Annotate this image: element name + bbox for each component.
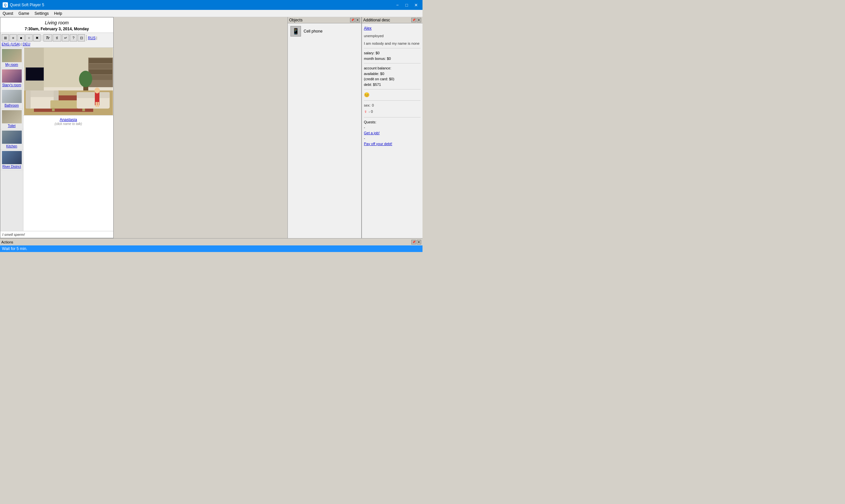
menu-game[interactable]: Game bbox=[16, 10, 32, 17]
tb-text2-button[interactable]: tI bbox=[53, 34, 61, 41]
location-nav: My room Stacy's room Bathroom Toilet bbox=[0, 48, 23, 231]
right-panels: Objects 📌 ✕ 📱 Cell phone Additional de bbox=[288, 17, 422, 238]
main-content: Living room 7:30am, February 3, 2014, Mo… bbox=[0, 17, 422, 238]
nav-label-my-room[interactable]: My room bbox=[5, 63, 18, 67]
npc-name[interactable]: Anastasia bbox=[25, 118, 111, 122]
status-bar-game: I smell sperm! bbox=[0, 231, 113, 238]
object-cell-phone[interactable]: 📱 Cell phone bbox=[289, 25, 360, 38]
nav-river[interactable]: River District bbox=[0, 150, 23, 170]
nav-thumb-bathroom bbox=[2, 90, 22, 103]
svg-point-13 bbox=[79, 71, 92, 87]
actions-label: Actions bbox=[1, 240, 13, 244]
tb-arrow-button[interactable]: ↵ bbox=[62, 34, 69, 41]
objects-panel: Objects 📌 ✕ 📱 Cell phone bbox=[288, 17, 362, 238]
svg-rect-24 bbox=[77, 92, 110, 98]
stat2-value: - 0 bbox=[369, 109, 373, 114]
nav-label-kitchen[interactable]: Kitchen bbox=[6, 144, 17, 148]
nav-kitchen[interactable]: Kitchen bbox=[0, 129, 23, 150]
nav-thumb-toilet bbox=[2, 110, 22, 123]
nav-label-bathroom[interactable]: Bathroom bbox=[5, 104, 19, 107]
sex-stat: sex: 0 bbox=[364, 103, 420, 108]
desc-close-button[interactable]: ✕ bbox=[417, 18, 421, 22]
desc-pin-button[interactable]: 📌 bbox=[411, 18, 416, 22]
tb-separator2 bbox=[86, 35, 87, 41]
objects-panel-header: Objects 📌 ✕ bbox=[288, 17, 361, 23]
credit-info: (credit on card: $0) bbox=[364, 76, 420, 82]
game-area: Living room 7:30am, February 3, 2014, Mo… bbox=[0, 17, 114, 238]
lang-sep2: | bbox=[21, 42, 22, 46]
window-controls: − □ ✕ bbox=[394, 2, 420, 8]
objects-panel-controls: 📌 ✕ bbox=[350, 18, 360, 22]
tb-multi-button[interactable]: ⊡ bbox=[78, 34, 85, 41]
wait-text[interactable]: Wait for 5 min. bbox=[2, 247, 27, 251]
player-emoji: 😊 bbox=[364, 91, 420, 98]
nav-bathroom[interactable]: Bathroom bbox=[0, 89, 23, 109]
svg-rect-28 bbox=[96, 102, 97, 107]
salary-info: salary: $0 bbox=[364, 50, 420, 56]
menu-help[interactable]: Help bbox=[51, 10, 65, 17]
svg-rect-18 bbox=[26, 90, 31, 109]
balance-label: account balance: bbox=[364, 66, 420, 71]
objects-close-button[interactable]: ✕ bbox=[355, 18, 360, 22]
quests-label: Quests: bbox=[364, 120, 420, 125]
room-name: Living room bbox=[2, 20, 112, 25]
stat-red-icon: ♀ bbox=[364, 108, 367, 115]
player-status: unemployed bbox=[364, 33, 420, 39]
window-title: Quest Soft Player 5 bbox=[10, 3, 394, 7]
actions-bar: Actions 📌 ✕ bbox=[0, 238, 422, 246]
nav-my-room[interactable]: My room bbox=[0, 48, 23, 68]
nav-label-stacy[interactable]: Stacy's room bbox=[2, 83, 21, 87]
nav-thumb-stacy bbox=[2, 69, 22, 83]
tb-clock-button[interactable]: ○ bbox=[25, 34, 33, 41]
svg-rect-11 bbox=[89, 75, 112, 80]
tb-help-button[interactable]: ? bbox=[70, 34, 77, 41]
available-info: available: $0 bbox=[364, 71, 420, 77]
svg-rect-10 bbox=[89, 69, 112, 74]
middle-area bbox=[114, 17, 288, 238]
tb-grid-button[interactable]: ⊞ bbox=[2, 34, 9, 41]
nav-stacy-room[interactable]: Stacy's room bbox=[0, 68, 23, 89]
nav-label-toilet[interactable]: Toilet bbox=[8, 124, 16, 128]
quest-pay-debt[interactable]: Pay off your debt! bbox=[364, 141, 420, 147]
svg-point-26 bbox=[94, 88, 100, 93]
lang-deu[interactable]: DEU bbox=[23, 42, 30, 46]
objects-list: 📱 Cell phone bbox=[288, 23, 361, 238]
actions-close-button[interactable]: ✕ bbox=[417, 240, 421, 245]
bonus-info: month bonus: $0 bbox=[364, 56, 420, 61]
svg-rect-9 bbox=[89, 64, 112, 69]
actions-pin-button[interactable]: 📌 bbox=[411, 240, 416, 245]
desc-panel: Additional desc 📌 ✕ Alex unemployed I am… bbox=[362, 17, 422, 238]
desc-content: Alex unemployed I am nobody and my name … bbox=[362, 23, 422, 238]
svg-rect-27 bbox=[96, 93, 99, 100]
stat2: ♀ - 0 bbox=[364, 108, 420, 115]
player-name-link[interactable]: Alex bbox=[364, 26, 372, 31]
titlebar: Q Quest Soft Player 5 − □ ✕ bbox=[0, 0, 422, 10]
minimize-button[interactable]: − bbox=[394, 2, 401, 8]
close-button[interactable]: ✕ bbox=[412, 2, 420, 8]
objects-title: Objects bbox=[289, 18, 303, 22]
tb-cross-button[interactable]: ✖ bbox=[33, 34, 40, 41]
maximize-button[interactable]: □ bbox=[403, 2, 411, 8]
sex-value: 0 bbox=[372, 103, 374, 108]
app-icon: Q bbox=[3, 2, 8, 7]
tb-separator bbox=[42, 35, 42, 41]
quest-get-job[interactable]: Get a job! bbox=[364, 130, 420, 136]
svg-rect-29 bbox=[98, 102, 99, 107]
menu-settings[interactable]: Settings bbox=[32, 10, 51, 17]
tb-text1-button[interactable]: Tr bbox=[44, 34, 52, 41]
svg-rect-21 bbox=[52, 108, 55, 111]
lang-rus[interactable]: RUS bbox=[88, 36, 96, 40]
player-bio: I am nobody and my name is none bbox=[364, 41, 420, 47]
objects-pin-button[interactable]: 📌 bbox=[350, 18, 355, 22]
cell-phone-icon: 📱 bbox=[291, 26, 301, 37]
nav-label-river[interactable]: River District bbox=[2, 165, 21, 168]
npc-hint: (click name to talk) bbox=[25, 122, 111, 126]
lang-eng[interactable]: ENG (USA) bbox=[2, 42, 20, 46]
toolbar: ⊞ ≡ ■ ○ ✖ Tr tI ↵ ? ⊡ RUS | ENG (USA) | … bbox=[0, 33, 113, 48]
quests-section: Quests: - Get a job! - Pay off your debt… bbox=[364, 120, 420, 147]
menu-quest[interactable]: Quest bbox=[0, 10, 16, 17]
room-time: 7:30am, February 3, 2014, Monday bbox=[2, 26, 112, 31]
tb-save-button[interactable]: ■ bbox=[17, 34, 25, 41]
tb-list-button[interactable]: ≡ bbox=[10, 34, 17, 41]
nav-toilet[interactable]: Toilet bbox=[0, 109, 23, 129]
